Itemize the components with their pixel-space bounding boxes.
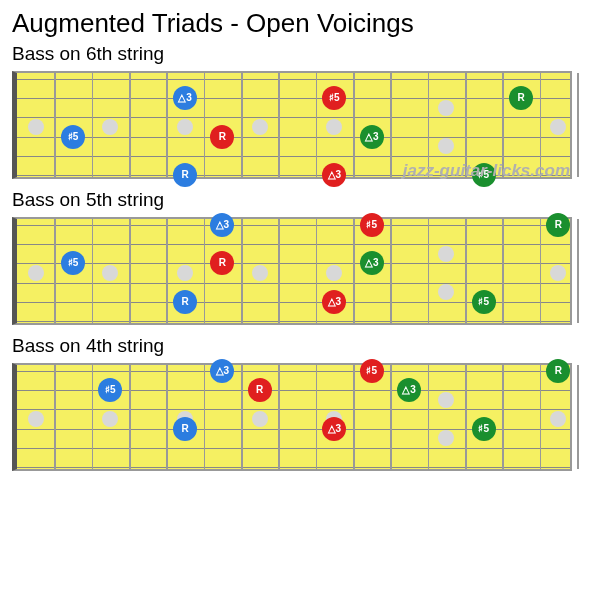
fret-inlay <box>438 430 454 446</box>
note-dot: R <box>248 378 272 402</box>
string-line <box>17 79 570 80</box>
fret-line <box>353 73 355 177</box>
fret-inlay <box>177 119 193 135</box>
string-line <box>17 263 570 264</box>
fret-inlay <box>102 411 118 427</box>
string-line <box>17 409 570 410</box>
note-dot: ♯5 <box>360 359 384 383</box>
note-dot: R <box>210 251 234 275</box>
fret-line <box>54 219 56 323</box>
fret-inlay <box>438 284 454 300</box>
fretboard-diagram: Bass on 5th string♯5R△3R△3♯5△3♯5R <box>12 189 582 325</box>
note-dot: △3 <box>360 125 384 149</box>
fret-line <box>577 365 579 469</box>
string-line <box>17 321 570 322</box>
fret-inlay <box>438 138 454 154</box>
fret-inlay <box>102 119 118 135</box>
note-dot: △3 <box>210 213 234 237</box>
note-dot: ♯5 <box>61 251 85 275</box>
string-line <box>17 371 570 372</box>
diagram-title: Bass on 6th string <box>12 43 582 65</box>
fretboard: ♯5R△3R△3♯5△3♯5R <box>12 217 572 325</box>
fret-line <box>204 73 206 177</box>
fretboard: ♯5R△3R△3♯5△3♯5R <box>12 71 572 179</box>
fret-line <box>129 219 131 323</box>
note-dot: ♯5 <box>472 417 496 441</box>
fretboard-diagram: Bass on 6th string♯5R△3R△3♯5△3♯5Rjazz-gu… <box>12 43 582 179</box>
fret-line <box>54 365 56 469</box>
note-dot: △3 <box>322 417 346 441</box>
fret-line <box>278 219 280 323</box>
fret-inlay <box>550 411 566 427</box>
note-dot: △3 <box>360 251 384 275</box>
fret-line <box>540 365 542 469</box>
fret-line <box>390 365 392 469</box>
fret-line <box>241 219 243 323</box>
fret-inlay <box>438 392 454 408</box>
note-dot: R <box>173 417 197 441</box>
fret-inlay <box>326 265 342 281</box>
note-dot: ♯5 <box>360 213 384 237</box>
fret-line <box>166 73 168 177</box>
string-line <box>17 137 570 138</box>
fret-inlay <box>102 265 118 281</box>
fret-line <box>278 73 280 177</box>
string-line <box>17 98 570 99</box>
fret-inlay <box>177 265 193 281</box>
fret-inlay <box>550 265 566 281</box>
fret-inlay <box>252 411 268 427</box>
note-dot: R <box>546 213 570 237</box>
note-dot: R <box>173 163 197 187</box>
fret-line <box>166 219 168 323</box>
string-line <box>17 283 570 284</box>
note-dot: △3 <box>173 86 197 110</box>
fret-line <box>92 365 94 469</box>
note-dot: R <box>546 359 570 383</box>
fret-line <box>92 73 94 177</box>
note-dot: ♯5 <box>322 86 346 110</box>
fret-line <box>166 365 168 469</box>
fret-line <box>502 73 504 177</box>
fret-line <box>465 73 467 177</box>
fretboard: ♯5R△3R△3♯5△3♯5R <box>12 363 572 471</box>
note-dot: ♯5 <box>61 125 85 149</box>
fret-line <box>316 219 318 323</box>
fret-inlay <box>252 265 268 281</box>
fret-line <box>353 365 355 469</box>
fret-line <box>204 219 206 323</box>
note-dot: △3 <box>322 163 346 187</box>
fret-line <box>241 365 243 469</box>
fret-inlay <box>252 119 268 135</box>
string-line <box>17 225 570 226</box>
fret-line <box>465 219 467 323</box>
fretboard-diagram: Bass on 4th string♯5R△3R△3♯5△3♯5R <box>12 335 582 471</box>
fret-line <box>428 365 430 469</box>
string-line <box>17 467 570 468</box>
note-dot: ♯5 <box>98 378 122 402</box>
fret-line <box>241 73 243 177</box>
fret-inlay <box>550 119 566 135</box>
fret-line <box>129 73 131 177</box>
fret-line <box>428 219 430 323</box>
note-dot: △3 <box>322 290 346 314</box>
fret-inlay <box>28 119 44 135</box>
fret-inlay <box>438 246 454 262</box>
string-line <box>17 156 570 157</box>
note-dot: ♯5 <box>472 163 496 187</box>
note-dot: ♯5 <box>472 290 496 314</box>
fret-inlay <box>28 411 44 427</box>
fret-line <box>540 219 542 323</box>
fret-inlay <box>438 100 454 116</box>
fret-line <box>502 219 504 323</box>
fret-line <box>577 73 579 177</box>
note-dot: △3 <box>210 359 234 383</box>
fret-line <box>577 219 579 323</box>
note-dot: R <box>210 125 234 149</box>
fret-line <box>92 219 94 323</box>
string-line <box>17 117 570 118</box>
string-line <box>17 448 570 449</box>
fret-line <box>465 365 467 469</box>
fret-line <box>428 73 430 177</box>
fret-line <box>390 73 392 177</box>
fret-line <box>129 365 131 469</box>
